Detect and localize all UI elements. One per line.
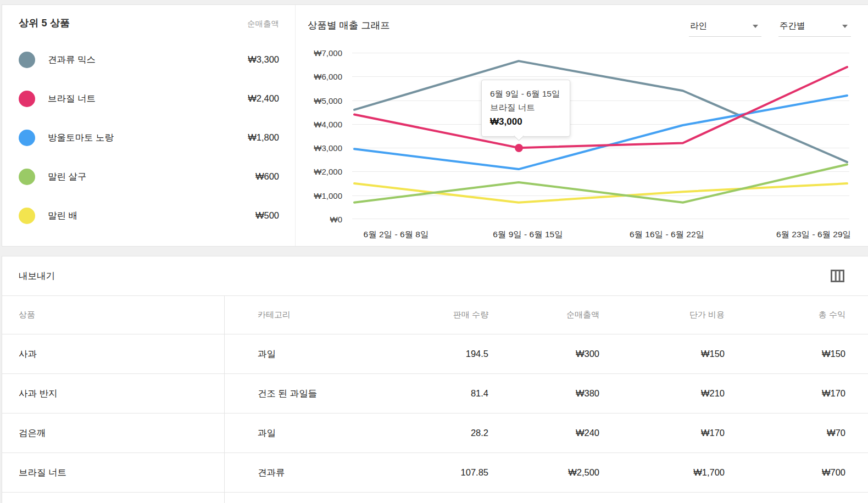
series-color-dot bbox=[19, 169, 35, 185]
cell-product bbox=[2, 493, 225, 503]
cell-category: 과일 bbox=[225, 348, 379, 360]
cell-quantity: 107.85 bbox=[379, 467, 488, 478]
cell-total-profit: ₩700 bbox=[725, 467, 845, 478]
tooltip-period: 6월 9일 - 6월 15일 bbox=[490, 87, 560, 100]
cell-product: 사과 bbox=[2, 334, 225, 373]
cell-total-profit: ₩150 bbox=[725, 349, 845, 359]
x-axis-tick-label: 6월 23일 - 6월 29일 bbox=[776, 229, 851, 241]
table-card: 내보내기 상품 카테고리 판매 수량 순매출액 단가 비용 총 수익 사과 과일… bbox=[2, 256, 868, 503]
product-name: 방울토마토 노랑 bbox=[48, 132, 248, 144]
cell-unit-cost: ₩170 bbox=[599, 428, 725, 438]
cell-quantity: 81.4 bbox=[379, 388, 488, 399]
product-value: ₩3,300 bbox=[248, 54, 279, 65]
chart-tooltip: 6월 9일 - 6월 15일 브라질 너트 ₩3,000 bbox=[481, 80, 570, 137]
y-axis-tick-label: ₩4,000 bbox=[314, 119, 342, 128]
y-axis-tick-label: ₩2,000 bbox=[314, 167, 342, 176]
top-products-list: 견과류 믹스 ₩3,300 브라질 너트 ₩2,400 방울토마토 노랑 ₩1,… bbox=[19, 40, 279, 235]
sales-chart-panel: 상품별 매출 그래프 라인 주간별 ₩0₩1,000₩2,000₩3,000₩4… bbox=[296, 5, 868, 246]
cell-unit-cost: ₩1,700 bbox=[599, 467, 725, 478]
product-value: ₩1,800 bbox=[248, 132, 279, 143]
cell-net-sales: ₩300 bbox=[488, 349, 599, 359]
y-axis-tick-label: ₩3,000 bbox=[314, 143, 342, 153]
list-item: 말린 배 ₩500 bbox=[19, 196, 279, 235]
cell-category: 건조 된 과일들 bbox=[225, 388, 379, 400]
table-row: 검은깨 과일 28.2 ₩240 ₩170 ₩70 bbox=[2, 413, 868, 452]
top-card: 상위 5 상품 순매출액 견과류 믹스 ₩3,300 브라질 너트 ₩2,400… bbox=[2, 4, 868, 247]
cell-category: 견과류 bbox=[225, 467, 379, 479]
list-item: 견과류 믹스 ₩3,300 bbox=[19, 40, 279, 79]
cell-quantity: 194.5 bbox=[379, 349, 488, 359]
net-sales-column-label: 순매출액 bbox=[247, 19, 279, 29]
tooltip-series-name: 브라질 너트 bbox=[490, 100, 560, 114]
cell-total-profit: ₩70 bbox=[725, 428, 845, 438]
product-name: 브라질 너트 bbox=[48, 93, 248, 105]
cell-net-sales: ₩380 bbox=[488, 388, 599, 399]
y-axis-tick-label: ₩0 bbox=[330, 215, 343, 224]
cell-net-sales: ₩240 bbox=[488, 428, 599, 438]
cell-total-profit: ₩170 bbox=[725, 388, 845, 399]
x-axis-tick-label: 6월 9일 - 6월 15일 bbox=[493, 229, 563, 241]
y-axis-tick-label: ₩5,000 bbox=[314, 96, 342, 105]
columns-icon bbox=[831, 270, 844, 282]
list-item: 방울토마토 노랑 ₩1,800 bbox=[19, 118, 279, 157]
series-color-dot bbox=[19, 208, 35, 224]
line-chart-plot-area[interactable]: 6월 9일 - 6월 15일 브라질 너트 ₩3,000 bbox=[352, 53, 849, 219]
line-chart-svg bbox=[352, 53, 849, 219]
column-header-net-sales: 순매출액 bbox=[488, 310, 599, 320]
chart-title: 상품별 매출 그래프 bbox=[308, 19, 390, 32]
line-series-2 bbox=[354, 96, 847, 169]
cell-quantity: 28.2 bbox=[379, 428, 488, 438]
tooltip-value: ₩3,000 bbox=[490, 114, 560, 129]
chart-type-selected-value: 라인 bbox=[689, 20, 707, 32]
product-name: 견과류 믹스 bbox=[48, 54, 248, 66]
table-row: 사과 과일 194.5 ₩300 ₩150 ₩150 bbox=[2, 334, 868, 373]
x-axis-tick-label: 6월 2일 - 6월 8일 bbox=[364, 229, 429, 241]
cell-unit-cost: ₩210 bbox=[599, 388, 725, 399]
top-products-panel: 상위 5 상품 순매출액 견과류 믹스 ₩3,300 브라질 너트 ₩2,400… bbox=[2, 5, 296, 246]
table-header-row: 상품 카테고리 판매 수량 순매출액 단가 비용 총 수익 bbox=[2, 295, 868, 334]
product-value: ₩500 bbox=[255, 210, 279, 221]
list-item: 브라질 너트 ₩2,400 bbox=[19, 79, 279, 118]
cell-net-sales: ₩2,500 bbox=[488, 467, 599, 478]
line-series-1 bbox=[354, 67, 847, 148]
chart-x-axis: 6월 2일 - 6월 8일6월 9일 - 6월 15일6월 16일 - 6월 2… bbox=[352, 223, 849, 240]
table-row: 브라질 너트 견과류 107.85 ₩2,500 ₩1,700 ₩700 bbox=[2, 452, 868, 492]
y-axis-tick-label: ₩6,000 bbox=[314, 72, 342, 81]
y-axis-tick-label: ₩7,000 bbox=[314, 48, 342, 58]
product-value: ₩2,400 bbox=[248, 93, 279, 104]
series-color-dot bbox=[19, 52, 35, 68]
chevron-down-icon bbox=[753, 25, 758, 28]
cell-product: 검은깨 bbox=[2, 413, 225, 452]
series-color-dot bbox=[19, 130, 35, 146]
series-color-dot bbox=[19, 91, 35, 107]
period-select[interactable]: 주간별 bbox=[778, 16, 851, 37]
top-products-title: 상위 5 상품 bbox=[19, 16, 70, 30]
column-header-total-profit: 총 수익 bbox=[725, 310, 845, 320]
cell-category: 과일 bbox=[225, 427, 379, 439]
list-item: 말린 살구 ₩600 bbox=[19, 157, 279, 196]
export-title: 내보내기 bbox=[19, 270, 55, 282]
tooltip-data-point bbox=[515, 144, 523, 152]
x-axis-tick-label: 6월 16일 - 6월 22일 bbox=[630, 229, 704, 241]
table-row: 사과 반지 건조 된 과일들 81.4 ₩380 ₩210 ₩170 bbox=[2, 373, 868, 413]
export-toolbar: 내보내기 bbox=[2, 256, 868, 295]
columns-button[interactable] bbox=[831, 270, 844, 282]
period-selected-value: 주간별 bbox=[778, 20, 805, 32]
y-axis-tick-label: ₩1,000 bbox=[314, 191, 342, 200]
column-header-product: 상품 bbox=[2, 296, 225, 334]
product-name: 말린 살구 bbox=[48, 171, 255, 183]
chevron-down-icon bbox=[842, 25, 848, 28]
cell-product: 브라질 너트 bbox=[2, 453, 225, 492]
chart-type-select[interactable]: 라인 bbox=[689, 16, 761, 37]
top-products-header: 상위 5 상품 순매출액 bbox=[19, 5, 279, 30]
product-name: 말린 배 bbox=[48, 210, 255, 222]
column-header-quantity: 판매 수량 bbox=[379, 310, 488, 320]
table-row bbox=[2, 492, 868, 503]
cell-product: 사과 반지 bbox=[2, 374, 225, 413]
column-header-unit-cost: 단가 비용 bbox=[599, 310, 725, 320]
chart-y-axis: ₩0₩1,000₩2,000₩3,000₩4,000₩5,000₩6,000₩7… bbox=[296, 53, 342, 219]
product-value: ₩600 bbox=[255, 171, 279, 182]
column-header-category: 카테고리 bbox=[225, 310, 379, 320]
cell-unit-cost: ₩150 bbox=[599, 349, 725, 359]
